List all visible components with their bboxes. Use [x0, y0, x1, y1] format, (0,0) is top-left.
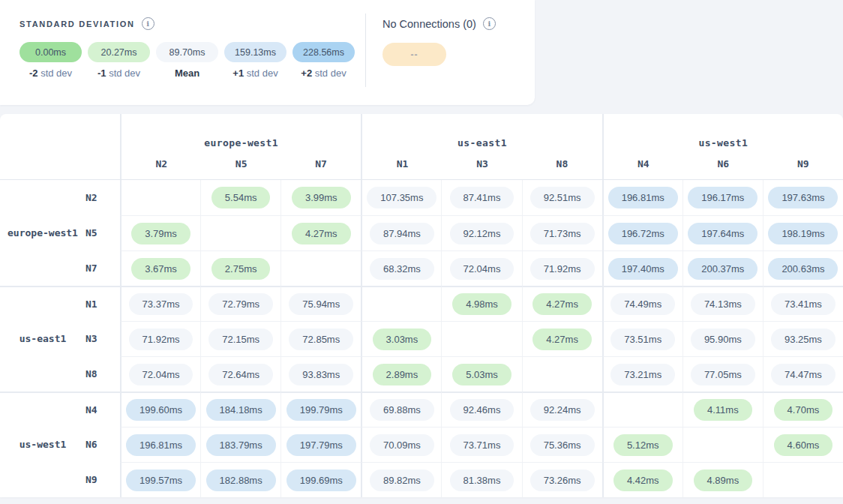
latency-pill[interactable]: 198.19ms: [768, 223, 838, 244]
latency-pill[interactable]: 74.13ms: [691, 293, 755, 315]
latency-pill[interactable]: 196.81ms: [608, 187, 678, 208]
latency-pill[interactable]: 77.05ms: [691, 364, 755, 386]
matrix-row: europe-west1N53.79ms4.27ms87.94ms92.12ms…: [0, 215, 843, 250]
latency-pill[interactable]: 197.40ms: [608, 258, 678, 280]
latency-pill[interactable]: 2.89ms: [373, 364, 432, 386]
latency-pill[interactable]: 183.79ms: [206, 434, 276, 456]
latency-pill[interactable]: 72.85ms: [289, 328, 353, 350]
latency-pill[interactable]: 92.46ms: [450, 399, 514, 421]
latency-pill[interactable]: 72.04ms: [450, 258, 514, 280]
latency-pill[interactable]: 72.79ms: [208, 293, 273, 315]
legend-title-row: STANDARD DEVIATION i: [20, 17, 154, 30]
latency-pill[interactable]: 75.94ms: [289, 293, 353, 315]
latency-pill[interactable]: 93.25ms: [771, 328, 836, 350]
legend-pill-row: 0.00ms20.27ms89.70ms159.13ms228.56ms: [20, 42, 355, 62]
latency-pill[interactable]: 4.42ms: [614, 470, 673, 491]
latency-pill[interactable]: 71.92ms: [530, 258, 595, 280]
latency-pill[interactable]: 92.24ms: [530, 399, 595, 421]
latency-pill[interactable]: 107.35ms: [367, 187, 436, 208]
row-label-cell: N7: [0, 250, 120, 286]
latency-pill[interactable]: 71.92ms: [129, 328, 194, 350]
latency-pill[interactable]: 200.63ms: [768, 258, 838, 280]
header-region-label: europe-west1: [122, 137, 361, 148]
legend-stop-pill: 89.70ms: [156, 42, 218, 62]
latency-pill[interactable]: 73.37ms: [129, 293, 194, 315]
latency-cell: 4.98ms: [441, 286, 521, 321]
latency-cell: 3.79ms: [120, 215, 200, 250]
latency-pill[interactable]: 92.12ms: [450, 223, 514, 244]
latency-pill[interactable]: 74.49ms: [610, 293, 675, 315]
latency-pill[interactable]: 73.51ms: [610, 328, 675, 350]
latency-pill[interactable]: 3.99ms: [292, 187, 351, 208]
latency-pill[interactable]: 92.51ms: [530, 187, 595, 208]
latency-pill[interactable]: 72.15ms: [208, 328, 273, 350]
latency-pill[interactable]: 2.75ms: [212, 258, 271, 280]
latency-pill[interactable]: 4.27ms: [532, 293, 592, 315]
matrix-row: us-west1N6196.81ms183.79ms197.79ms70.09m…: [0, 427, 843, 462]
latency-pill[interactable]: 5.12ms: [614, 434, 673, 456]
latency-cell: 68.32ms: [361, 250, 441, 286]
latency-pill[interactable]: 72.04ms: [129, 364, 194, 386]
latency-pill[interactable]: 71.73ms: [530, 223, 595, 244]
latency-pill[interactable]: 87.94ms: [370, 223, 434, 244]
latency-pill[interactable]: 4.60ms: [774, 434, 833, 456]
latency-pill[interactable]: 75.36ms: [530, 434, 595, 456]
latency-pill[interactable]: 199.69ms: [286, 470, 356, 491]
legend-stop-pill: 159.13ms: [224, 42, 286, 62]
matrix-body: N25.54ms3.99ms107.35ms87.41ms92.51ms196.…: [0, 180, 843, 497]
latency-pill[interactable]: 87.41ms: [450, 187, 514, 208]
latency-pill[interactable]: 199.79ms: [286, 399, 356, 421]
latency-cell: 183.79ms: [200, 427, 280, 462]
latency-pill[interactable]: 4.27ms: [532, 328, 592, 350]
latency-pill[interactable]: 4.11ms: [694, 399, 752, 421]
latency-pill[interactable]: 69.88ms: [370, 399, 434, 421]
matrix-corner-cell: [0, 114, 120, 179]
latency-pill[interactable]: 196.17ms: [688, 187, 758, 208]
latency-cell: [280, 250, 361, 286]
header-node-label: N5: [201, 158, 280, 170]
latency-cell: 5.03ms: [441, 356, 521, 392]
latency-pill[interactable]: 4.70ms: [774, 399, 833, 421]
latency-pill[interactable]: 199.57ms: [126, 470, 196, 491]
latency-pill[interactable]: 74.47ms: [771, 364, 836, 386]
latency-pill[interactable]: 73.41ms: [771, 293, 836, 315]
latency-pill[interactable]: 199.60ms: [126, 399, 196, 421]
latency-cell: 199.69ms: [280, 462, 361, 497]
latency-pill[interactable]: 4.89ms: [694, 470, 753, 491]
latency-pill[interactable]: 68.32ms: [370, 258, 434, 280]
latency-pill[interactable]: 95.90ms: [691, 328, 755, 350]
latency-pill[interactable]: 73.26ms: [530, 470, 595, 491]
latency-pill[interactable]: 197.79ms: [286, 434, 356, 456]
row-label-cell: N8: [0, 356, 120, 392]
latency-pill[interactable]: 81.38ms: [450, 470, 514, 491]
row-node-label: N4: [86, 404, 120, 416]
latency-pill[interactable]: 197.64ms: [688, 223, 758, 244]
row-node-label: N5: [86, 227, 120, 238]
latency-pill[interactable]: 89.82ms: [370, 470, 434, 491]
legend-label-row: -2 std dev-1 std devMean+1 std dev+2 std…: [20, 68, 355, 79]
latency-pill[interactable]: 3.79ms: [131, 223, 190, 244]
latency-pill[interactable]: 196.81ms: [126, 434, 196, 456]
latency-pill[interactable]: 182.88ms: [206, 470, 276, 491]
row-node-label: N3: [86, 333, 120, 344]
latency-pill[interactable]: 70.09ms: [370, 434, 434, 456]
latency-pill[interactable]: 197.63ms: [768, 187, 838, 208]
latency-cell: 75.36ms: [522, 427, 602, 462]
info-icon[interactable]: i: [483, 17, 496, 30]
latency-pill[interactable]: 72.64ms: [208, 364, 273, 386]
latency-pill[interactable]: 4.98ms: [452, 293, 512, 315]
latency-pill[interactable]: 73.21ms: [610, 364, 675, 386]
latency-pill[interactable]: 5.03ms: [452, 364, 512, 386]
latency-pill[interactable]: 93.83ms: [289, 364, 353, 386]
header-region-group: us-west1N4N6N9: [602, 114, 843, 179]
latency-pill[interactable]: 200.37ms: [688, 258, 758, 280]
latency-pill[interactable]: 5.54ms: [212, 187, 271, 208]
latency-pill[interactable]: 196.72ms: [608, 223, 678, 244]
latency-pill[interactable]: 184.18ms: [206, 399, 276, 421]
latency-pill[interactable]: 73.71ms: [450, 434, 514, 456]
latency-cell: 4.89ms: [682, 462, 763, 497]
latency-pill[interactable]: 3.67ms: [131, 258, 190, 280]
latency-pill[interactable]: 4.27ms: [292, 223, 351, 244]
info-icon[interactable]: i: [142, 17, 154, 30]
latency-pill[interactable]: 3.03ms: [373, 328, 432, 350]
